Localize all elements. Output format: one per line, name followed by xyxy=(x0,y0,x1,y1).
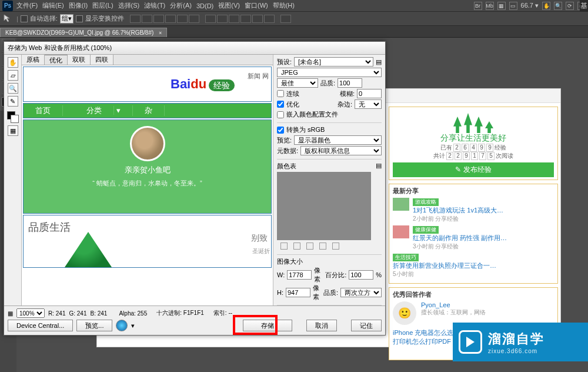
embed-profile-checkbox[interactable] xyxy=(277,111,284,118)
ct-tool-icon[interactable] xyxy=(319,243,326,250)
menu-analysis[interactable]: 分析(A) xyxy=(170,1,192,10)
matte-select[interactable]: 无 xyxy=(355,99,382,109)
publish-button[interactable]: ✎ 发布经验 xyxy=(393,162,554,177)
srgb-checkbox[interactable] xyxy=(277,127,284,134)
close-tab-icon[interactable]: × xyxy=(159,30,162,36)
tab-2up[interactable]: 双联 xyxy=(68,55,91,65)
dist-2-icon[interactable] xyxy=(217,15,228,23)
w-label: W: xyxy=(277,271,285,278)
menu-help[interactable]: 帮助(H) xyxy=(273,1,295,10)
rotate-shortcut-icon[interactable]: ⟳ xyxy=(566,2,574,10)
author-avatar[interactable]: 🙂 xyxy=(393,301,416,325)
format-select[interactable]: JPEG xyxy=(277,68,382,77)
menu-window[interactable]: 窗口(W) xyxy=(245,1,268,10)
align-vmid-icon[interactable] xyxy=(142,15,152,23)
nav-category[interactable]: 分类 ▾ xyxy=(63,105,133,116)
tab-optimized[interactable]: 优化 xyxy=(45,55,68,65)
share-item[interactable]: 游戏攻略 1对1飞机游戏玩法 1v1高级大… 2小时前 分享经验 xyxy=(393,198,554,223)
align-bottom-icon[interactable] xyxy=(153,15,164,23)
percent-label: 百分比: xyxy=(325,271,346,280)
view-extras-icon[interactable]: ▦ xyxy=(497,2,506,10)
menu-file[interactable]: 文件(F) xyxy=(16,1,38,10)
cancel-button[interactable]: 取消 xyxy=(306,320,337,331)
ct-tool-icon[interactable] xyxy=(306,243,313,250)
share-item[interactable]: 健康保健 红景天的副作用 药性强 副作用… 3小时前 分享经验 xyxy=(393,225,554,251)
menu-edit[interactable]: 编辑(E) xyxy=(42,1,64,10)
nav-home[interactable]: 首页 xyxy=(24,105,63,116)
tab-4up[interactable]: 四联 xyxy=(91,55,113,65)
hand-shortcut-icon[interactable]: ✋ xyxy=(542,2,550,10)
align-left-icon[interactable] xyxy=(165,15,176,23)
device-central-button[interactable]: Device Central... xyxy=(8,320,73,331)
color-table-menu-icon[interactable]: ▤ xyxy=(376,162,382,170)
r-readout: R: 241 xyxy=(48,310,65,317)
metadata-select[interactable]: 版权和联系信息 xyxy=(300,146,382,155)
transform-checkbox[interactable] xyxy=(76,15,83,22)
hex-label: 十六进制: xyxy=(156,310,182,316)
right-panel-toggle[interactable]: 基 xyxy=(580,0,588,12)
resample-select[interactable]: 两次立方 xyxy=(340,288,382,297)
autoselect-dropdown[interactable]: 组 ▾ xyxy=(60,14,74,24)
optimized-checkbox[interactable] xyxy=(277,101,284,108)
quality-sub: 别致 xyxy=(251,233,268,244)
footer-zoom-select[interactable]: 100% xyxy=(16,308,45,318)
progressive-checkbox[interactable] xyxy=(277,90,284,97)
share-item[interactable]: 生活技巧 折算使用新营业执照办理三证合一… 5小时前 xyxy=(393,253,554,278)
align-hmid-icon[interactable] xyxy=(177,15,188,23)
quality-preset-select[interactable]: 最佳 xyxy=(277,78,318,88)
dist-4-icon[interactable] xyxy=(240,15,251,23)
dist-3-icon[interactable] xyxy=(229,15,239,23)
menu-view[interactable]: 视图(V) xyxy=(218,1,240,10)
launch-mb-icon[interactable]: Mb xyxy=(486,2,494,10)
menu-image[interactable]: 图像(I) xyxy=(69,1,88,10)
menu-layer[interactable]: 图层(L) xyxy=(92,1,113,10)
zoom-tool-icon[interactable]: 🔍 xyxy=(8,83,18,94)
preview-mode-select[interactable]: 显示器颜色 xyxy=(294,135,382,145)
color-table[interactable] xyxy=(277,172,371,240)
dist-5-icon[interactable] xyxy=(252,15,263,23)
menu-3d[interactable]: 3D(D) xyxy=(196,2,213,9)
ct-tool-icon[interactable] xyxy=(280,243,288,250)
ct-tool-icon[interactable] xyxy=(293,243,300,250)
share-link[interactable]: 红景天的副作用 药性强 副作用… xyxy=(413,234,507,243)
zoom-readout[interactable]: 66.7 ▾ xyxy=(521,2,539,9)
preview-button[interactable]: 预览... xyxy=(76,320,112,331)
align-right-icon[interactable] xyxy=(189,15,199,23)
launch-bridge-icon[interactable]: Br xyxy=(474,2,482,10)
ct-trash-icon[interactable] xyxy=(332,243,339,250)
menu-filter[interactable]: 滤镜(T) xyxy=(144,1,165,10)
zoom-shortcut-icon[interactable]: 🔍 xyxy=(554,2,562,10)
dialog-title-bar[interactable]: 存储为 Web 和设备所用格式 (100%) xyxy=(4,42,385,55)
done-button[interactable]: 记住 xyxy=(351,320,382,331)
eyedropper-tool-icon[interactable]: ✎ xyxy=(8,96,18,107)
arrange-docs-icon[interactable]: ▭ xyxy=(509,2,517,10)
width-input[interactable] xyxy=(287,270,312,280)
footer-eyedropper-icon[interactable]: ▦ xyxy=(8,310,13,317)
share-link[interactable]: 折算使用新营业执照办理三证合一… xyxy=(393,261,496,270)
hand-tool-icon[interactable]: ✋ xyxy=(8,57,18,68)
dist-1-icon[interactable] xyxy=(205,15,216,23)
dist-6-icon[interactable] xyxy=(264,15,275,23)
author-name[interactable]: Pyon_Lee xyxy=(421,301,486,308)
auto-align-icon[interactable] xyxy=(280,15,291,23)
menu-select[interactable]: 选择(S) xyxy=(118,1,140,10)
share-link[interactable]: 1对1飞机游戏玩法 1v1高级大… xyxy=(413,206,503,215)
blur-input[interactable] xyxy=(357,89,382,98)
slice-visibility-icon[interactable]: ▦ xyxy=(8,125,18,136)
tab-original[interactable]: 原稿 xyxy=(22,55,45,65)
preset-menu-icon[interactable]: ▤ xyxy=(376,58,382,66)
save-button[interactable]: 存储 xyxy=(243,320,292,331)
nav-misc[interactable]: 杂 xyxy=(133,105,165,116)
slice-tool-icon[interactable]: ▱ xyxy=(8,70,18,81)
align-top-icon[interactable] xyxy=(130,15,141,23)
preset-select[interactable]: [未命名] xyxy=(294,57,373,67)
autoselect-checkbox[interactable] xyxy=(21,15,28,22)
dialog-swatch[interactable] xyxy=(7,111,19,123)
preview-viewport[interactable]: 新闻 网 Baidu经验 首页 分类 ▾ 杂 亲亲贺小鱼吧 “ 蜻蜓点，意南归，… xyxy=(22,65,273,305)
browser-preview-icon[interactable] xyxy=(116,320,128,331)
document-tab[interactable]: KEB@SWKDZO(D969~G)UM_QI.jpg @ 66.7%(RGB/… xyxy=(0,28,167,37)
browser-dropdown-icon[interactable]: ▾ xyxy=(131,322,135,330)
quality-input[interactable] xyxy=(338,78,362,88)
percent-input[interactable] xyxy=(349,270,373,280)
height-input[interactable] xyxy=(286,288,310,297)
